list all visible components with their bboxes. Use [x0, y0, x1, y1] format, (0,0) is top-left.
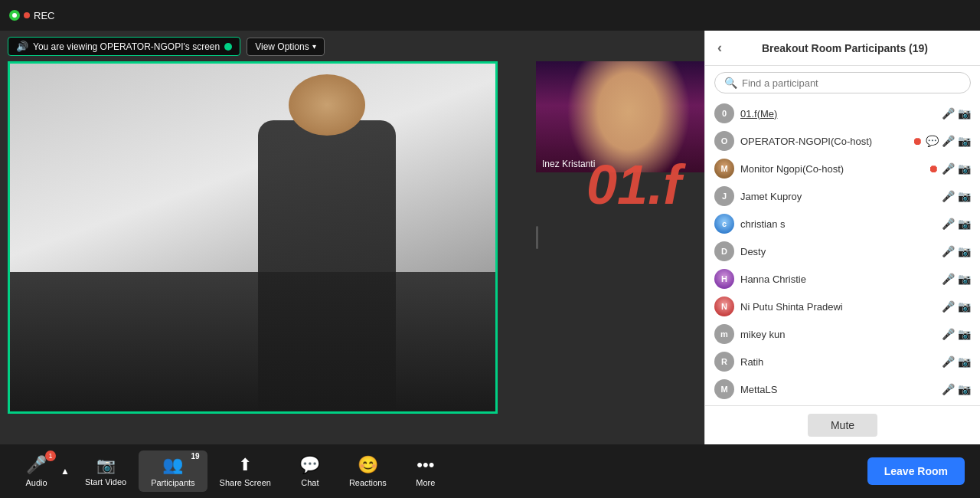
participant-name: 01.f(Me)	[740, 108, 936, 120]
participant-controls: 🎤 📷	[942, 383, 971, 395]
rec-label: REC	[34, 10, 54, 21]
reactions-button[interactable]: 😊 Reactions	[337, 450, 399, 492]
avatar: J	[714, 186, 734, 206]
participant-controls: 🎤 📷	[942, 190, 971, 202]
avatar: D	[714, 241, 734, 261]
search-icon: 🔍	[724, 77, 737, 89]
cam-off-icon: 📷	[958, 135, 971, 147]
mic-off-icon: 🎤	[942, 218, 955, 230]
avatar: N	[714, 297, 734, 316]
participant-name: OPERATOR-NGOPI(Co-host)	[740, 136, 906, 147]
main-video-container: 🔊 You are viewing OPERATOR-NGOPI's scree…	[0, 31, 704, 444]
sidebar-title: Breakout Room Participants (19)	[722, 42, 968, 54]
overlay-text: 01.f	[586, 153, 681, 216]
chat-icon: 💬	[299, 455, 320, 475]
participant-item: M Monitor Ngopi(Co-host) ⏺ 🎤 📷	[705, 155, 980, 182]
view-options-label: View Options	[255, 41, 309, 52]
share-screen-button[interactable]: ⬆ Share Screen	[207, 450, 283, 492]
mic-off-icon: 🎤	[942, 273, 955, 285]
mic-off-icon: 🎤	[942, 107, 955, 120]
chevron-down-icon: ▾	[312, 42, 316, 51]
speaker-icon: 🔊	[16, 41, 28, 52]
participant-controls: 🎤 📷	[942, 300, 971, 313]
viewing-banner: 🔊 You are viewing OPERATOR-NGOPI's scree…	[8, 37, 325, 56]
avatar: H	[714, 269, 734, 289]
participants-list: 0 01.f(Me) 🎤 📷 O OPERATOR-NGOPI(Co-host)…	[705, 100, 980, 405]
share-screen-label: Share Screen	[220, 478, 271, 487]
participant-item: M MettaLS 🎤 📷	[705, 375, 980, 403]
participant-item: J Jamet Kuproy 🎤 📷	[705, 182, 980, 210]
participant-item: R Ratih 🎤 📷	[705, 348, 980, 375]
avatar: M	[714, 379, 734, 399]
start-video-button[interactable]: 📷 Start Video	[73, 451, 139, 491]
cam-off-icon: 📷	[958, 190, 971, 202]
reactions-icon: 😊	[358, 455, 378, 475]
participant-name: Ratih	[740, 356, 936, 368]
audio-icon: 🎤	[26, 455, 47, 475]
mic-off-icon: 🎤	[942, 245, 955, 257]
cam-off-icon: 📷	[958, 328, 971, 340]
view-options-button[interactable]: View Options ▾	[247, 38, 324, 56]
more-button[interactable]: ••• More	[399, 450, 452, 492]
participant-name: MettaLS	[740, 384, 936, 395]
participant-item: O OPERATOR-NGOPI(Co-host) ⏺ 💬 🎤 📷	[705, 127, 980, 155]
more-icon: •••	[416, 455, 434, 475]
mic-off-icon: 🎤	[942, 135, 955, 147]
cam-off-icon: 📷	[958, 300, 971, 313]
participant-name: Hanna Christie	[740, 274, 936, 285]
video-off-icon: 📷	[96, 456, 116, 474]
sidebar-footer: Mute	[705, 405, 980, 444]
chat-button[interactable]: 💬 Chat	[283, 450, 337, 492]
cam-off-icon: 📷	[958, 107, 971, 120]
cam-off-icon: 📷	[958, 162, 971, 175]
participant-name: mikey kun	[740, 329, 936, 340]
record-icon: ⏺	[912, 135, 923, 147]
avatar: m	[714, 324, 734, 344]
bottom-bar: 1 🎤 Audio ▲ 📷 Start Video 👥 19 Participa…	[0, 444, 980, 498]
participant-controls: 🎤 📷	[942, 328, 971, 340]
cam-off-icon: 📷	[958, 355, 971, 368]
participant-controls: 🎤 📷	[942, 218, 971, 230]
mute-button[interactable]: Mute	[808, 414, 877, 437]
mic-off-icon: 🎤	[942, 190, 955, 202]
mic-off-icon: 🎤	[942, 300, 955, 313]
participant-name: Monitor Ngopi(Co-host)	[740, 163, 922, 175]
participant-item: H Hanna Christie 🎤 📷	[705, 265, 980, 293]
avatar: R	[714, 352, 734, 372]
leave-room-button[interactable]: Leave Room	[867, 457, 965, 485]
participant-name: Desty	[740, 246, 936, 257]
participant-name: Jamet Kuproy	[740, 191, 936, 202]
record-icon: ⏺	[928, 162, 939, 175]
search-box[interactable]: 🔍	[714, 72, 971, 93]
participant-item: D Desty 🎤 📷	[705, 238, 980, 265]
video-area: 🔊 You are viewing OPERATOR-NGOPI's scree…	[0, 31, 704, 444]
participant-item: N Ni Putu Shinta Pradewi 🎤 📷	[705, 293, 980, 320]
more-label: More	[416, 478, 435, 487]
chat-label: Chat	[301, 478, 318, 487]
screen-share-background	[10, 64, 495, 411]
viewing-label: 🔊 You are viewing OPERATOR-NGOPI's scree…	[8, 37, 240, 56]
participant-name: Ni Putu Shinta Pradewi	[740, 301, 936, 313]
participants-icon: 👥	[162, 455, 183, 475]
cam-off-icon: 📷	[958, 245, 971, 257]
participants-button[interactable]: 👥 19 Participants	[139, 450, 207, 492]
top-bar: REC	[0, 0, 980, 31]
participant-controls: ⏺ 🎤 📷	[928, 162, 971, 175]
participant-count: 19	[191, 452, 199, 460]
audio-button[interactable]: 1 🎤 Audio	[15, 450, 57, 492]
cam-off-icon: 📷	[958, 383, 971, 395]
audio-caret-button[interactable]: ▲	[57, 466, 73, 477]
participant-item: 0 01.f(Me) 🎤 📷	[705, 100, 980, 127]
participant-controls: 🎤 📷	[942, 107, 971, 120]
search-input[interactable]	[742, 77, 961, 89]
audio-badge: 1	[45, 450, 56, 461]
sidebar-header: ‹ Breakout Room Participants (19)	[705, 31, 980, 66]
avatar: M	[714, 159, 734, 179]
viewing-text: You are viewing OPERATOR-NGOPI's screen	[33, 41, 220, 52]
participants-label: Participants	[151, 478, 194, 487]
mic-off-icon: 🎤	[942, 162, 955, 175]
main-content: 🔊 You are viewing OPERATOR-NGOPI's scree…	[0, 31, 980, 444]
screen-share-area	[8, 61, 498, 414]
share-screen-icon: ⬆	[238, 455, 252, 475]
reactions-label: Reactions	[349, 478, 387, 487]
